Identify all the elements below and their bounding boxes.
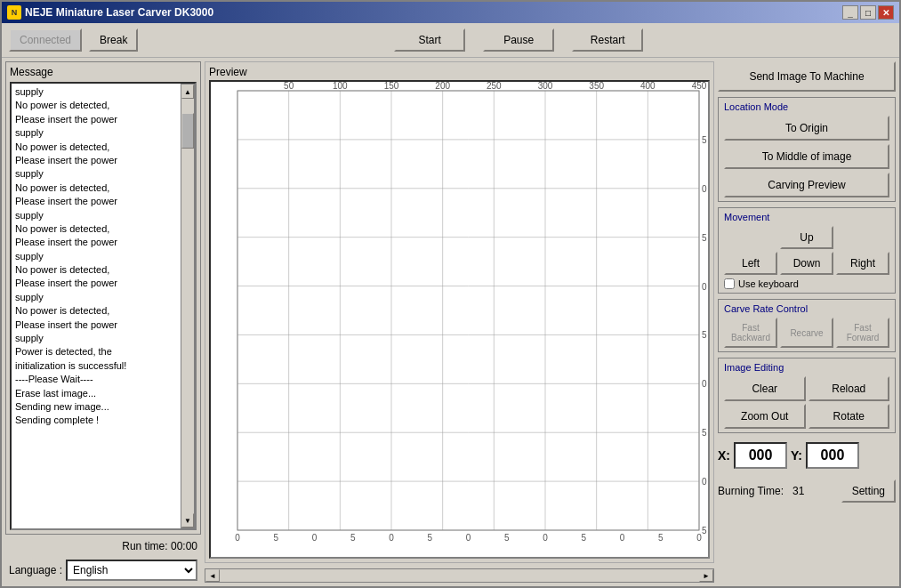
message-line: Please insert the power <box>15 277 177 290</box>
send-image-button[interactable]: Send Image To Machine <box>718 61 896 92</box>
movement-title: Movement <box>724 212 889 222</box>
title-bar-left: N NEJE Miniature Laser Carver DK3000 <box>7 5 213 20</box>
scroll-right-arrow[interactable]: ► <box>699 569 713 582</box>
move-right-button[interactable]: Right <box>836 252 889 275</box>
location-mode-title: Location Mode <box>724 101 889 112</box>
keyboard-label: Use keyboard <box>738 278 799 289</box>
location-mode-buttons: To Origin To Middle of image Carving Pre… <box>724 116 889 197</box>
bottom-row: Burning Time: 31 Setting <box>718 478 896 504</box>
message-text-area[interactable]: supplyNo power is detected,Please insert… <box>12 84 181 528</box>
message-group: Message supplyNo power is detected,Pleas… <box>5 61 201 535</box>
pause-button[interactable]: Pause <box>483 28 554 52</box>
movement-grid: Up Left Down Right <box>724 226 889 275</box>
to-middle-button[interactable]: To Middle of image <box>724 144 889 169</box>
burning-time-value: 31 <box>792 485 804 497</box>
run-time-value: 00:00 <box>171 540 197 552</box>
message-scrollbar[interactable]: ▲ ▼ <box>181 84 195 528</box>
message-line: No power is detected, <box>15 181 177 195</box>
clear-button[interactable]: Clear <box>724 376 806 401</box>
preview-canvas <box>209 80 710 559</box>
message-line: supply <box>15 291 177 304</box>
move-down-button[interactable]: Down <box>780 252 833 275</box>
fast-backward-button: Fast Backward <box>724 318 777 348</box>
title-buttons: _ □ ✕ <box>842 5 894 20</box>
image-edit-buttons: Clear Reload Zoom Out Rotate <box>724 376 889 429</box>
carve-rate-group: Carve Rate Control Fast Backward Recarve… <box>718 299 896 352</box>
scroll-down-arrow[interactable]: ▼ <box>181 513 194 528</box>
rotate-button[interactable]: Rotate <box>808 404 890 429</box>
connected-button: Connected <box>9 28 82 52</box>
message-line: No power is detected, <box>15 141 177 154</box>
left-panel: Message supplyNo power is detected,Pleas… <box>5 61 201 583</box>
message-label: Message <box>10 66 197 78</box>
location-mode-group: Location Mode To Origin To Middle of ima… <box>718 97 896 202</box>
move-up-button[interactable]: Up <box>780 226 833 249</box>
message-line: Sending complete ! <box>15 414 177 427</box>
preview-group: Preview <box>205 61 714 563</box>
move-left-button[interactable]: Left <box>724 252 777 275</box>
scroll-thumb[interactable] <box>181 113 194 149</box>
x-value: 000 <box>734 442 787 469</box>
minimize-button[interactable]: _ <box>842 5 858 20</box>
message-line: No power is detected, <box>15 304 177 318</box>
message-line: No power is detected, <box>15 263 177 277</box>
y-label: Y: <box>791 448 802 463</box>
preview-label: Preview <box>209 66 710 78</box>
language-label: Language : <box>9 564 62 576</box>
toolbar: Connected Break Start Pause Restart <box>2 23 899 58</box>
message-line: No power is detected, <box>15 222 177 236</box>
to-origin-button[interactable]: To Origin <box>724 116 889 141</box>
setting-button[interactable]: Setting <box>841 479 896 503</box>
message-line: supply <box>15 126 177 140</box>
message-line: Sending new image... <box>15 400 177 414</box>
message-line: Please insert the power <box>15 113 177 126</box>
message-line: No power is detected, <box>15 99 177 112</box>
window-title: NEJE Miniature Laser Carver DK3000 <box>25 6 213 19</box>
language-select[interactable]: English Chinese German French Spanish <box>66 560 197 581</box>
carve-rate-buttons: Fast Backward Recarve Fast Forward <box>724 318 889 348</box>
right-panel: Send Image To Machine Location Mode To O… <box>718 61 896 583</box>
coords-row: X: 000 Y: 000 <box>718 439 896 472</box>
scroll-left-arrow[interactable]: ◄ <box>205 569 220 582</box>
message-box-wrapper: supplyNo power is detected,Please insert… <box>10 82 197 530</box>
message-line: Please insert the power <box>15 195 177 208</box>
scroll-up-arrow[interactable]: ▲ <box>181 85 194 99</box>
main-window: N NEJE Miniature Laser Carver DK3000 _ □… <box>0 0 901 588</box>
message-line: initialization is successful! <box>15 359 177 373</box>
burning-time-text: Burning Time: <box>718 485 784 497</box>
run-time-row: Run time: 00:00 <box>5 538 201 554</box>
recarve-button: Recarve <box>780 318 833 348</box>
language-row: Language : English Chinese German French… <box>5 558 201 583</box>
message-line: Please insert the power <box>15 236 177 249</box>
message-line: supply <box>15 250 177 263</box>
x-label: X: <box>718 448 730 463</box>
message-line: Please insert the power <box>15 318 177 332</box>
preview-canvas-element <box>211 82 708 557</box>
message-line: supply <box>15 167 177 181</box>
keyboard-row: Use keyboard <box>724 278 889 289</box>
carving-preview-button[interactable]: Carving Preview <box>724 173 889 197</box>
image-editing-title: Image Editing <box>724 362 889 373</box>
carve-rate-title: Carve Rate Control <box>724 303 889 314</box>
message-line: Power is detected, the <box>15 345 177 358</box>
message-line: supply <box>15 85 177 99</box>
reload-button[interactable]: Reload <box>808 376 890 401</box>
start-button[interactable]: Start <box>394 28 465 52</box>
app-icon: N <box>7 5 21 20</box>
image-editing-group: Image Editing Clear Reload Zoom Out Rota… <box>718 358 896 433</box>
main-content: Message supplyNo power is detected,Pleas… <box>2 58 899 586</box>
burning-time-label: Burning Time: 31 <box>718 485 804 497</box>
zoom-out-button[interactable]: Zoom Out <box>724 404 806 429</box>
message-line: supply <box>15 209 177 222</box>
use-keyboard-checkbox[interactable] <box>724 278 735 289</box>
break-button[interactable]: Break <box>89 28 138 52</box>
message-line: supply <box>15 332 177 345</box>
message-line: Please insert the power <box>15 154 177 167</box>
restart-button[interactable]: Restart <box>572 28 643 52</box>
run-time-label: Run time: <box>122 540 167 552</box>
maximize-button[interactable]: □ <box>860 5 876 20</box>
horizontal-scrollbar[interactable]: ◄ ► <box>205 568 714 583</box>
close-button[interactable]: ✕ <box>878 5 894 20</box>
message-line: Erase last image... <box>15 387 177 400</box>
message-line: ----Please Wait---- <box>15 373 177 386</box>
